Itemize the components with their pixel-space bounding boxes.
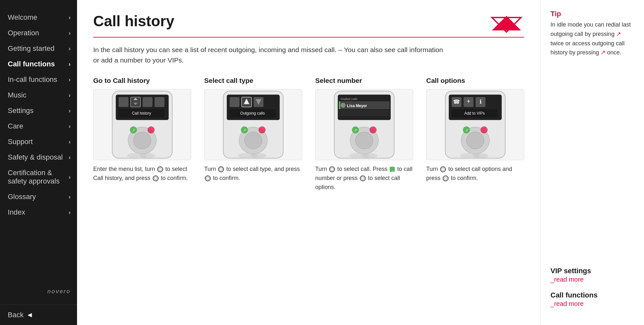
sidebar-item-label: Certification & safety approvals bbox=[8, 169, 69, 185]
sidebar-item-label: Glossary bbox=[8, 193, 36, 201]
sidebar-item-label: Operation bbox=[8, 29, 39, 37]
svg-rect-6 bbox=[143, 97, 153, 107]
step-4: Call options ☎ + ℹ Add bbox=[426, 77, 524, 192]
step-2-device: Outgoing calls ↗ bbox=[205, 89, 302, 160]
tip-section: Tip In idle mode you can redial last out… bbox=[550, 10, 634, 57]
title-divider bbox=[93, 37, 524, 38]
chevron-left-icon: ◄ bbox=[26, 311, 33, 319]
step-4-image: ☎ + ℹ Add to VIPs ↗ bbox=[426, 89, 524, 160]
svg-text:↗: ↗ bbox=[354, 128, 357, 132]
sidebar-item-label: Welcome bbox=[8, 13, 37, 22]
chevron-right-icon: › bbox=[69, 45, 71, 52]
sidebar-item-label: Index bbox=[8, 208, 25, 217]
svg-text:↗: ↗ bbox=[243, 128, 246, 132]
page-title: Call history bbox=[93, 13, 174, 29]
tip-title: Tip bbox=[550, 10, 634, 18]
step-3-desc: Turn to select call. Press ↗ to call num… bbox=[315, 165, 413, 192]
step-3-image: Dialled calls Lisa Meyer ↗ bbox=[315, 89, 413, 160]
call-functions-title: Call functions bbox=[550, 291, 634, 299]
step-2-title: Select call type bbox=[204, 77, 302, 84]
sidebar-item-glossary[interactable]: Glossary› bbox=[0, 189, 77, 205]
sidebar-item-label: Music bbox=[8, 91, 26, 99]
step-2-desc: Turn to select call type, and press to c… bbox=[204, 165, 302, 183]
main-content: Call history In the call history you can… bbox=[77, 0, 540, 325]
sidebar-item-certification-safety-approvals[interactable]: Certification & safety approvals› bbox=[0, 165, 77, 189]
sidebar-item-safety-disposal[interactable]: Safety & disposal› bbox=[0, 150, 77, 165]
svg-point-14 bbox=[148, 126, 155, 133]
step-2-image: Outgoing calls ↗ bbox=[204, 89, 302, 160]
chevron-right-icon: › bbox=[69, 194, 71, 200]
step-1-device: Call history ↗ bbox=[94, 89, 191, 160]
sidebar-item-label: Call functions bbox=[8, 60, 55, 68]
chevron-right-icon: › bbox=[69, 92, 71, 99]
step-3-device: Dialled calls Lisa Meyer ↗ bbox=[316, 89, 413, 160]
page-intro: In the call history you can see a list o… bbox=[93, 45, 449, 65]
sidebar-item-getting-started[interactable]: Getting started› bbox=[0, 41, 77, 56]
step-2: Select call type Outgoing calls bbox=[204, 77, 302, 192]
right-panel: Tip In idle mode you can redial last out… bbox=[540, 0, 644, 325]
svg-text:+: + bbox=[467, 98, 470, 105]
vip-settings-link-section: VIP settings read more bbox=[550, 267, 634, 283]
svg-point-42 bbox=[355, 132, 373, 149]
sidebar-item-label: Settings bbox=[8, 106, 34, 115]
sidebar-item-index[interactable]: Index› bbox=[0, 205, 77, 220]
sidebar-nav: Welcome›Operation›Getting started›Call f… bbox=[0, 0, 77, 220]
step-1-image: Call history ↗ bbox=[93, 89, 191, 160]
tip-icon-1: ↗ bbox=[616, 31, 621, 37]
vip-settings-read-more[interactable]: read more bbox=[550, 276, 583, 283]
step-4-title: Call options bbox=[426, 77, 524, 84]
sidebar: Welcome›Operation›Getting started›Call f… bbox=[0, 0, 77, 325]
svg-point-45 bbox=[370, 126, 377, 133]
svg-text:Dialled calls: Dialled calls bbox=[340, 97, 357, 101]
sidebar-item-label: Support bbox=[8, 138, 33, 146]
svg-point-27 bbox=[244, 132, 262, 149]
tip-text: In idle mode you can redial last outgoin… bbox=[550, 20, 634, 57]
svg-point-16 bbox=[140, 153, 155, 158]
sidebar-item-welcome[interactable]: Welcome› bbox=[0, 10, 77, 25]
tip-icon-2: ↗ bbox=[601, 49, 605, 56]
steps-row: Go to Call history Call history bbox=[93, 77, 524, 192]
nav-arrows bbox=[489, 14, 524, 34]
chevron-right-icon: › bbox=[69, 61, 71, 68]
sidebar-item-settings[interactable]: Settings› bbox=[0, 103, 77, 118]
svg-text:Outgoing calls: Outgoing calls bbox=[240, 111, 265, 116]
back-label: Back bbox=[8, 311, 24, 319]
svg-text:Call history: Call history bbox=[132, 111, 151, 116]
chevron-right-icon: › bbox=[69, 154, 71, 161]
step-4-desc: Turn to select call options and press to… bbox=[426, 165, 524, 183]
svg-point-30 bbox=[259, 126, 266, 133]
sidebar-item-support[interactable]: Support› bbox=[0, 134, 77, 150]
sidebar-item-label: Getting started bbox=[8, 44, 54, 53]
step-4-device: ☎ + ℹ Add to VIPs ↗ bbox=[427, 89, 524, 160]
sidebar-item-label: In-call functions bbox=[8, 75, 57, 84]
svg-text:☎: ☎ bbox=[453, 98, 460, 105]
svg-point-38 bbox=[340, 103, 345, 107]
svg-text:↗: ↗ bbox=[132, 128, 135, 132]
sidebar-item-operation[interactable]: Operation› bbox=[0, 25, 77, 41]
step-1: Go to Call history Call history bbox=[93, 77, 191, 192]
chevron-right-icon: › bbox=[69, 174, 71, 181]
svg-point-62 bbox=[481, 126, 488, 133]
svg-rect-37 bbox=[339, 101, 340, 109]
chevron-right-icon: › bbox=[69, 107, 71, 114]
sidebar-item-music[interactable]: Music› bbox=[0, 87, 77, 103]
vip-settings-title: VIP settings bbox=[550, 267, 634, 275]
chevron-right-icon: › bbox=[69, 209, 71, 216]
sidebar-item-in-call-functions[interactable]: In-call functions› bbox=[0, 72, 77, 87]
page-nav-arrows-svg bbox=[489, 14, 524, 34]
svg-text:Lisa Meyer: Lisa Meyer bbox=[347, 104, 367, 108]
step-1-desc: Enter the menu list, turn to select Call… bbox=[93, 165, 191, 183]
svg-point-59 bbox=[466, 132, 484, 149]
back-button[interactable]: Back ◄ bbox=[0, 305, 77, 325]
chevron-right-icon: › bbox=[69, 123, 71, 130]
svg-text:ℹ: ℹ bbox=[480, 98, 482, 105]
brand-logo: novero bbox=[0, 285, 77, 305]
call-functions-link-section: Call functions read more bbox=[550, 291, 634, 308]
sidebar-item-call-functions[interactable]: Call functions› bbox=[0, 56, 77, 72]
svg-text:↗: ↗ bbox=[465, 128, 468, 132]
sidebar-item-care[interactable]: Care› bbox=[0, 118, 77, 134]
sidebar-item-label: Care bbox=[8, 122, 23, 130]
page-title-row: Call history bbox=[93, 13, 524, 34]
chevron-right-icon: › bbox=[69, 139, 71, 145]
call-functions-read-more[interactable]: read more bbox=[550, 300, 583, 307]
